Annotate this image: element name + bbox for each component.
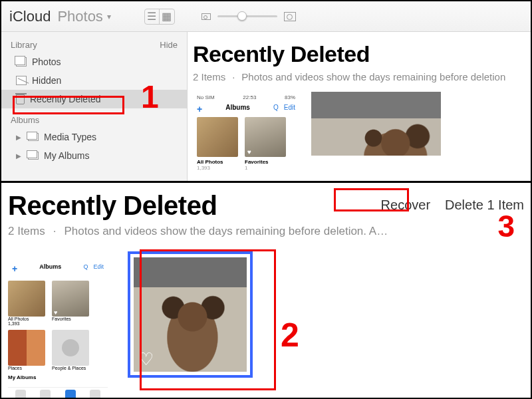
deleted-item-screenshot[interactable]: + Albums QEdit All Photos 1,393 Favorite…	[8, 251, 108, 399]
sidebar-item-media-types[interactable]: ▶ Media Types	[1, 128, 187, 146]
heart-icon: ♡	[138, 349, 154, 370]
tab-icon	[65, 390, 76, 400]
edit-label: Edit	[93, 263, 104, 274]
album-label: All Photos	[8, 317, 45, 321]
sidebar-item-label: Hidden	[32, 75, 61, 86]
main-content: Recently Deleted 2 Items · Photos and vi…	[188, 32, 531, 181]
deleted-item-screenshot[interactable]: No SIM 22:53 83% + Albums QEdit All Phot…	[193, 92, 299, 171]
sidebar-item-label: Recently Deleted	[30, 94, 101, 104]
status-right: 83%	[285, 94, 295, 100]
album-label: People & Places	[52, 366, 89, 370]
phone-title: Albums	[39, 263, 61, 274]
album-label: Favorites	[52, 317, 89, 321]
description-text: Photos and videos show the days remainin…	[241, 71, 505, 82]
sidebar-toggle-icon[interactable]: ☰	[145, 9, 160, 24]
sidebar-item-label: Media Types	[44, 132, 96, 142]
annotation-number-1: 1	[141, 78, 159, 115]
description-text: Photos and videos show the days remainin…	[64, 225, 388, 238]
page-title: Recently Deleted	[8, 191, 217, 221]
album-count: 1,393	[8, 321, 45, 326]
phone-album-cell: Places	[8, 330, 45, 370]
album-thumb	[52, 330, 89, 366]
album-count: 1	[245, 165, 286, 171]
item-count: 2 Items	[8, 225, 45, 238]
grid-view-icon[interactable]: ▦	[160, 9, 174, 24]
thumb-small-icon	[201, 13, 211, 20]
photos-icon	[16, 57, 27, 66]
phone-album-cell: Favorites 1	[245, 117, 286, 171]
status-time: 22:53	[243, 94, 256, 100]
album-label: Places	[8, 366, 45, 370]
tab-icon	[90, 390, 100, 400]
album-count: 1,393	[197, 165, 238, 171]
titlebar: iCloud Photos ▾ ☰ ▦	[1, 1, 531, 32]
search-icon: Q	[83, 263, 88, 274]
album-label: All Photos	[197, 159, 238, 165]
hide-button[interactable]: Hide	[160, 40, 178, 50]
hidden-icon	[16, 76, 27, 85]
sidebar-item-hidden[interactable]: Hidden	[1, 71, 187, 90]
phone-album-cell: Favorites	[52, 281, 89, 326]
chevron-down-icon[interactable]: ▾	[107, 12, 111, 21]
my-albums-label: My Albums	[8, 374, 108, 380]
recover-button[interactable]: Recover	[381, 198, 430, 213]
phone-tabbar	[8, 387, 108, 399]
thumbnail-size-control[interactable]	[201, 12, 296, 21]
phone-album-cell: People & Places	[52, 330, 89, 370]
annotation-number-3: 3	[497, 208, 515, 244]
disclosure-triangle-icon[interactable]: ▶	[16, 152, 21, 160]
add-icon: +	[197, 104, 202, 114]
annotation-number-2: 2	[281, 316, 299, 354]
album-thumb	[245, 117, 286, 157]
thumbnail-slider[interactable]	[217, 15, 277, 17]
tab-icon	[15, 390, 26, 400]
deleted-item-photo-selected[interactable]: ♡	[128, 251, 253, 378]
thumb-large-icon	[284, 12, 296, 21]
sidebar-item-photos[interactable]: Photos	[1, 53, 187, 71]
dot-separator: ·	[53, 225, 57, 238]
section-name[interactable]: Photos	[57, 8, 103, 25]
album-label: Favorites	[245, 159, 286, 165]
dot-separator: ·	[232, 71, 235, 82]
item-count: 2 Items	[193, 71, 225, 82]
albums-heading: Albums	[1, 108, 187, 128]
sidebar: Library Hide Photos Hidden Recently Dele…	[1, 32, 188, 181]
page-title: Recently Deleted	[193, 41, 531, 67]
view-toggle[interactable]: ☰ ▦	[144, 9, 175, 25]
album-thumb	[8, 281, 45, 317]
album-thumb	[197, 117, 238, 157]
trash-icon	[16, 94, 25, 104]
status-left: No SIM	[197, 94, 215, 100]
search-icon: Q	[273, 104, 279, 114]
slider-thumb[interactable]	[237, 11, 247, 21]
sidebar-item-label: Photos	[32, 57, 61, 67]
phone-title: Albums	[225, 104, 250, 114]
sidebar-item-my-albums[interactable]: ▶ My Albums	[1, 146, 187, 165]
sidebar-item-label: My Albums	[44, 150, 89, 161]
album-thumb	[8, 330, 45, 366]
phone-album-cell: All Photos 1,393	[197, 117, 238, 171]
add-icon: +	[12, 263, 17, 274]
tab-icon	[40, 390, 51, 400]
folder-icon	[28, 133, 39, 141]
app-name: iCloud	[9, 8, 51, 25]
album-thumb	[52, 281, 89, 317]
library-heading: Library	[11, 40, 37, 50]
disclosure-triangle-icon[interactable]: ▶	[16, 134, 21, 141]
phone-album-cell: All Photos 1,393	[8, 281, 45, 326]
folder-icon	[28, 152, 39, 160]
deleted-item-photo[interactable]	[311, 92, 441, 156]
sidebar-item-recently-deleted[interactable]: Recently Deleted	[1, 90, 187, 108]
dog-image	[311, 92, 441, 156]
edit-label: Edit	[284, 104, 295, 114]
